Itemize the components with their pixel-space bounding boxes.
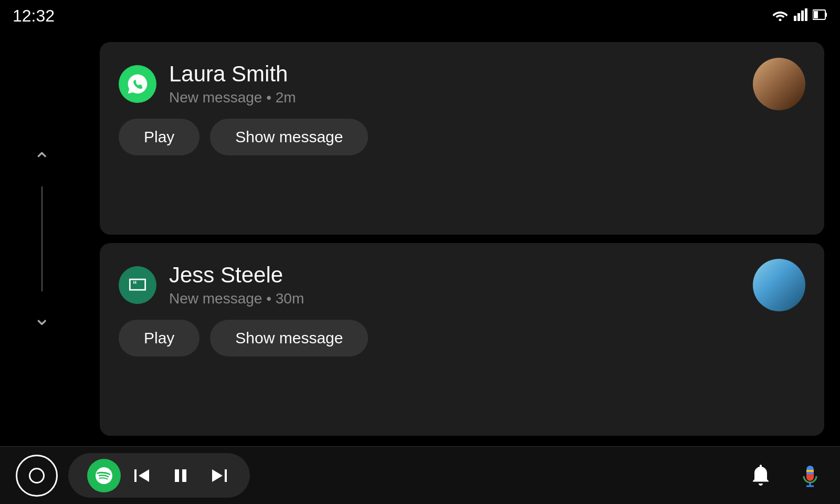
status-icons xyxy=(772,8,827,23)
card-info-jess: Jess Steele New message • 30m xyxy=(169,263,740,307)
status-time: 12:32 xyxy=(13,6,55,26)
whatsapp-icon xyxy=(119,65,156,103)
card-info-laura: Laura Smith New message • 2m xyxy=(169,62,740,106)
card-subtitle-jess: New message • 30m xyxy=(169,290,740,307)
contact-name-jess: Jess Steele xyxy=(169,263,740,287)
home-button-inner xyxy=(29,468,45,484)
wifi-icon xyxy=(772,8,789,23)
svg-marker-10 xyxy=(139,469,149,482)
play-button-laura[interactable]: Play xyxy=(119,119,200,155)
spotify-icon xyxy=(87,459,121,492)
avatar-laura xyxy=(753,58,805,110)
nav-divider xyxy=(41,186,43,291)
svg-rect-4 xyxy=(805,8,807,21)
card-buttons-jess: Play Show message xyxy=(119,320,805,356)
avatar-jess xyxy=(753,259,805,311)
svg-rect-6 xyxy=(825,13,827,17)
notification-card-laura: Laura Smith New message • 2m Play Show m… xyxy=(100,42,824,235)
svg-rect-13 xyxy=(225,469,227,482)
status-bar: 12:32 xyxy=(0,0,840,32)
svg-rect-1 xyxy=(794,16,796,21)
svg-text:“: “ xyxy=(133,279,137,289)
googlemessages-icon: “ xyxy=(119,266,156,304)
prev-track-button[interactable] xyxy=(130,464,153,487)
svg-rect-7 xyxy=(814,11,818,18)
player-controls xyxy=(130,464,231,487)
svg-rect-11 xyxy=(175,469,179,482)
home-button[interactable] xyxy=(16,455,58,497)
bottom-right-icons xyxy=(747,461,824,490)
card-top-jess: “ Jess Steele New message • 30m xyxy=(119,259,805,311)
left-nav: ⌃ ⌄ xyxy=(0,32,84,446)
show-message-button-laura[interactable]: Show message xyxy=(210,119,368,155)
notification-card-jess: “ Jess Steele New message • 30m Play Sho… xyxy=(100,243,824,436)
svg-rect-2 xyxy=(797,13,800,21)
contact-name-laura: Laura Smith xyxy=(169,62,740,86)
signal-icon xyxy=(794,8,807,23)
main-content: Laura Smith New message • 2m Play Show m… xyxy=(84,32,840,446)
next-track-button[interactable] xyxy=(208,464,231,487)
show-message-button-jess[interactable]: Show message xyxy=(210,320,368,356)
spotify-player xyxy=(68,453,250,498)
pause-button[interactable] xyxy=(169,464,192,487)
svg-point-0 xyxy=(779,19,782,22)
svg-marker-14 xyxy=(212,469,223,482)
card-top-laura: Laura Smith New message • 2m xyxy=(119,58,805,110)
scroll-down-button[interactable]: ⌄ xyxy=(23,297,61,339)
svg-rect-3 xyxy=(801,10,804,21)
scroll-up-button[interactable]: ⌃ xyxy=(23,139,61,181)
bottom-bar xyxy=(0,446,840,504)
card-subtitle-laura: New message • 2m xyxy=(169,89,740,106)
battery-icon xyxy=(813,8,827,23)
svg-rect-12 xyxy=(182,469,186,482)
notification-bell-button[interactable] xyxy=(747,461,775,490)
card-buttons-laura: Play Show message xyxy=(119,119,805,155)
microphone-button[interactable] xyxy=(796,461,824,490)
svg-rect-9 xyxy=(134,469,136,482)
svg-rect-18 xyxy=(806,470,814,472)
play-button-jess[interactable]: Play xyxy=(119,320,200,356)
